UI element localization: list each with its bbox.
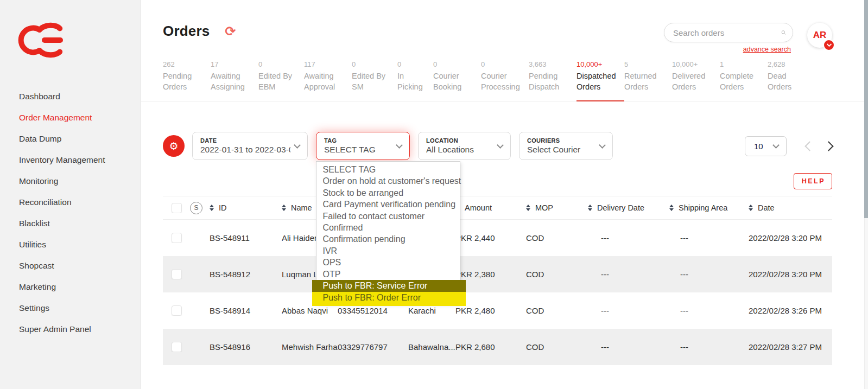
cell-delivery-date: --- bbox=[601, 306, 609, 315]
cell-mop: COD bbox=[526, 270, 544, 279]
tag-filter[interactable]: TAG SELECT TAG SELECT TAG Order on hold … bbox=[316, 132, 410, 160]
cell-shipping-area: --- bbox=[680, 233, 688, 243]
advance-search-link[interactable]: advance search bbox=[743, 46, 791, 53]
cell-id: BS-548912 bbox=[210, 270, 250, 279]
cell-date: 2022/02/28 3:20 PM bbox=[749, 270, 822, 279]
tag-option[interactable]: OTP bbox=[316, 269, 460, 280]
cell-phone: 03329776797 bbox=[338, 342, 388, 352]
sort-icon[interactable] bbox=[669, 205, 674, 212]
row-checkbox[interactable] bbox=[172, 305, 182, 316]
tag-option[interactable]: Card Payment verification pending bbox=[316, 199, 460, 210]
tag-option[interactable]: OPS bbox=[316, 257, 460, 268]
main-content: Orders ⟳ advance search AR 262Pending Or… bbox=[141, 0, 868, 389]
row-checkbox[interactable] bbox=[172, 342, 182, 352]
stat-courier-booking[interactable]: 0Courier Booking bbox=[433, 60, 474, 101]
date-filter[interactable]: DATE 2022-01-31 to 2022-03-01 bbox=[192, 132, 308, 160]
sort-icon[interactable] bbox=[749, 205, 753, 212]
column-mop: MOP bbox=[535, 203, 553, 212]
sidebar-item-settings[interactable]: Settings bbox=[0, 297, 141, 318]
sidebar-item-shopcast[interactable]: Shopcast bbox=[0, 255, 141, 276]
table-row[interactable]: BS-548916 Mehwish Farhan 03329776797 Bah… bbox=[163, 329, 832, 365]
vertical-scrollbar bbox=[864, 0, 868, 389]
sidebar-item-dashboard[interactable]: Dashboard bbox=[0, 86, 141, 107]
column-date: Date bbox=[758, 203, 775, 212]
refresh-icon[interactable]: ⟳ bbox=[225, 24, 236, 39]
stat-returned-orders[interactable]: 5Returned Orders bbox=[624, 60, 666, 101]
stat-awaiting-assigning[interactable]: 17Awaiting Assigning bbox=[211, 60, 252, 101]
tag-option[interactable]: IVR bbox=[316, 245, 460, 257]
user-caret-icon[interactable] bbox=[823, 39, 835, 51]
sidebar-item-data-dump[interactable]: Data Dump bbox=[0, 128, 141, 149]
stat-pending-orders[interactable]: 262Pending Orders bbox=[163, 60, 204, 101]
cell-name: Ali Haider bbox=[282, 233, 317, 243]
stat-dispatched-orders[interactable]: 10,000+Dispatched Orders bbox=[576, 60, 618, 101]
search-icon[interactable] bbox=[781, 27, 786, 38]
chevron-down-icon bbox=[294, 142, 301, 149]
tag-option[interactable]: SELECT TAG bbox=[316, 164, 460, 175]
pagination: 10 bbox=[745, 136, 832, 156]
sort-icon[interactable] bbox=[282, 205, 286, 212]
tag-option-push-fbr-service-error[interactable]: Push to FBR: Service Error bbox=[312, 280, 466, 292]
search-input[interactable] bbox=[673, 28, 781, 37]
sort-icon[interactable] bbox=[588, 205, 592, 212]
sidebar-item-utilities[interactable]: Utilities bbox=[0, 234, 141, 255]
cell-city: Bahawalna... bbox=[408, 342, 455, 352]
stat-dead-orders[interactable]: 2,628Dead Orders bbox=[768, 60, 809, 101]
tag-option[interactable]: Order on hold at customer's request bbox=[316, 175, 460, 187]
stat-complete-orders[interactable]: 1Complete Orders bbox=[720, 60, 761, 101]
stat-in-picking[interactable]: 0In Picking bbox=[397, 60, 427, 101]
cell-amount: PKR 2,380 bbox=[455, 270, 495, 279]
cell-id: BS-548911 bbox=[210, 233, 250, 243]
select-all-checkbox[interactable] bbox=[172, 203, 182, 213]
topbar: Orders ⟳ advance search AR bbox=[141, 0, 868, 54]
sidebar-item-blacklist[interactable]: Blacklist bbox=[0, 213, 141, 234]
table-header: S ID Name Amount MOP Delivery Date Shipp… bbox=[163, 196, 832, 220]
stat-pending-dispatch[interactable]: 3,663Pending Dispatch bbox=[529, 60, 570, 101]
stat-edited-by-sm[interactable]: 0Edited By SM bbox=[352, 60, 391, 101]
row-checkbox[interactable] bbox=[172, 269, 182, 279]
sort-icon[interactable] bbox=[526, 205, 530, 212]
column-amount: Amount bbox=[465, 203, 492, 212]
cell-mop: COD bbox=[526, 342, 544, 352]
tag-option[interactable]: Failed to contact customer bbox=[316, 211, 460, 222]
sidebar-item-super-admin-panel[interactable]: Super Admin Panel bbox=[0, 318, 141, 340]
tag-option[interactable]: Confirmation pending bbox=[316, 233, 460, 245]
tag-option-push-fbr-order-error[interactable]: Push to FBR: Order Error bbox=[312, 292, 466, 306]
stat-edited-by-ebm[interactable]: 0Edited By EBM bbox=[258, 60, 297, 101]
stat-courier-processing[interactable]: 0Courier Processing bbox=[481, 60, 522, 101]
chevron-down-icon bbox=[772, 142, 780, 149]
sort-icon[interactable] bbox=[210, 205, 214, 212]
tag-option[interactable]: Stock to be arranged bbox=[316, 187, 460, 199]
stat-delivered-orders[interactable]: 10,000+Delivered Orders bbox=[672, 60, 713, 101]
sidebar-item-marketing[interactable]: Marketing bbox=[0, 276, 141, 297]
cell-delivery-date: --- bbox=[601, 270, 609, 279]
scrollbar-thumb[interactable] bbox=[864, 0, 868, 218]
sidebar-item-order-management[interactable]: Order Management bbox=[0, 107, 141, 128]
tag-option[interactable]: Confirmed bbox=[316, 222, 460, 233]
cell-phone: 03345512014 bbox=[338, 306, 388, 315]
help-button[interactable]: HELP bbox=[794, 173, 832, 189]
table-row[interactable]: BS-548914 Abbas Naqvi 03345512014 Karach… bbox=[163, 292, 832, 329]
column-delivery-date: Delivery Date bbox=[597, 203, 644, 212]
location-filter[interactable]: LOCATION All Locations bbox=[418, 132, 511, 160]
couriers-filter[interactable]: COURIERS Select Courier bbox=[519, 132, 613, 160]
filter-settings-button[interactable]: ⚙ bbox=[163, 135, 185, 157]
prev-page-icon[interactable] bbox=[804, 141, 814, 151]
next-page-icon[interactable] bbox=[823, 141, 833, 151]
cell-id: BS-548916 bbox=[210, 342, 250, 352]
user-menu: AR bbox=[807, 23, 832, 48]
page-size-select[interactable]: 10 bbox=[745, 136, 787, 156]
sidebar-menu: Dashboard Order Management Data Dump Inv… bbox=[0, 86, 141, 340]
brand-logo[interactable] bbox=[10, 20, 68, 61]
stat-awaiting-approval[interactable]: 117Awaiting Approval bbox=[304, 60, 345, 101]
search-box bbox=[664, 23, 793, 42]
table-row[interactable]: BS-548911 Ali Haider PKR 2,440 COD --- -… bbox=[163, 220, 832, 256]
sidebar-item-inventory-management[interactable]: Inventory Management bbox=[0, 149, 141, 170]
sidebar-item-reconciliation[interactable]: Reconciliation bbox=[0, 192, 141, 213]
cell-amount: PKR 2,680 bbox=[455, 342, 495, 352]
row-checkbox[interactable] bbox=[172, 233, 182, 243]
table-row[interactable]: BS-548912 Luqman Lu PKR 2,380 COD --- --… bbox=[163, 256, 832, 292]
cell-id: BS-548914 bbox=[210, 306, 250, 315]
sidebar-item-monitoring[interactable]: Monitoring bbox=[0, 170, 141, 192]
cell-name: Mehwish Farhan bbox=[282, 342, 338, 352]
